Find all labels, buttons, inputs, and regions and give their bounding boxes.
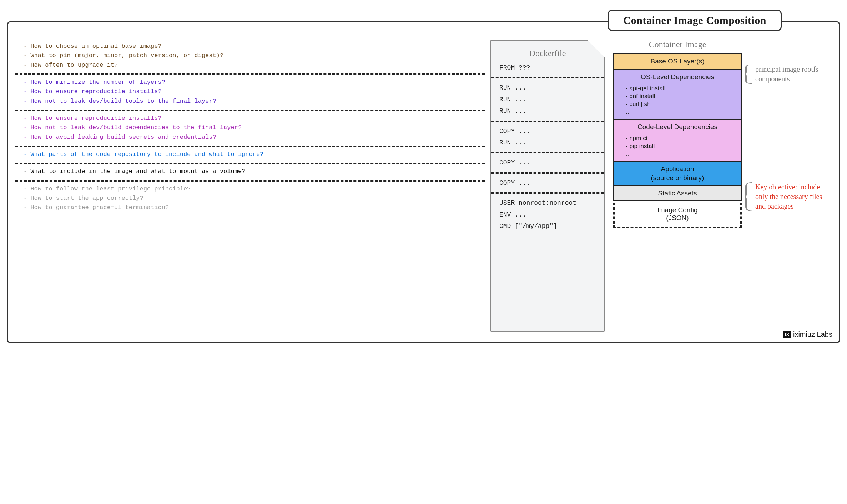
section-divider [15, 163, 485, 164]
layer-title: OS-Level Dependencies [619, 73, 736, 82]
layer-title: Static Assets [658, 189, 697, 198]
image-config-title: Image Config [620, 206, 735, 214]
question-item: What to include in the image and what to… [23, 167, 480, 176]
dockerfile-line: RUN ... [499, 82, 596, 93]
question-group: How to ensure reproducible installs?How … [18, 112, 482, 145]
dockerfile-line: RUN ... [499, 105, 596, 117]
annotations-column: principal image rootfs components Key ob… [750, 40, 829, 332]
section-divider [15, 110, 485, 111]
dockerfile-column: Dockerfile FROM ???RUN ...RUN ...RUN ...… [490, 40, 605, 332]
question-group: How to choose an optimal base image?What… [18, 40, 482, 73]
layer-subitem: - dnf install [626, 92, 736, 100]
dockerfile-line: RUN ... [499, 137, 596, 148]
dockerfile-line: USER nonroot:nonroot [499, 197, 596, 209]
annotation-objective: Key objective: include only the necessar… [750, 182, 829, 211]
question-item: How to minimize the number of layers? [23, 78, 480, 87]
question-group: How to follow the least privilege princi… [18, 182, 482, 215]
image-heading: Container Image [613, 40, 742, 49]
diagram-title: Container Image Composition [608, 10, 782, 31]
layer-subitem: - npm ci [626, 134, 736, 142]
layer-subitem: ... [626, 150, 736, 158]
layer-title: Code-Level Dependencies [619, 123, 736, 132]
question-group: How to minimize the number of layers?How… [18, 76, 482, 109]
layer-sublist: - npm ci- pip install... [626, 134, 736, 158]
question-item: How to start the app correctly? [23, 194, 480, 203]
image-layer: Base OS Layer(s) [613, 53, 742, 69]
question-item: How to avoid leaking build secrets and c… [23, 133, 480, 142]
question-item: How not to leak dev/build dependencies t… [23, 123, 480, 132]
dockerfile-paper: Dockerfile FROM ???RUN ...RUN ...RUN ...… [490, 40, 605, 332]
question-item: How to guarantee graceful termination? [23, 203, 480, 212]
image-config-box: Image Config (JSON) [613, 203, 742, 228]
dockerfile-block: COPY ...RUN ... [499, 126, 596, 149]
image-layer: Application(source or binary) [613, 161, 742, 185]
layer-subtitle: (source or binary) [619, 174, 736, 183]
dockerfile-block: COPY ... [499, 157, 596, 168]
layer-subitem: - pip install [626, 142, 736, 150]
image-layer: OS-Level Dependencies- apt-get install- … [613, 69, 742, 119]
question-item: How to choose an optimal base image? [23, 42, 480, 51]
layer-subitem: - apt-get install [626, 85, 736, 92]
question-group: What to include in the image and what to… [18, 165, 482, 179]
section-divider [15, 73, 485, 75]
question-item: What parts of the code repository to inc… [23, 150, 480, 159]
image-layer: Code-Level Dependencies- npm ci- pip ins… [613, 119, 742, 161]
image-config-subtitle: (JSON) [620, 214, 735, 222]
section-divider [15, 180, 485, 182]
dockerfile-divider [491, 152, 604, 153]
brand-text: iximiuz Labs [793, 330, 832, 338]
dockerfile-divider [491, 77, 604, 78]
question-item: What to pin (major, minor, patch version… [23, 51, 480, 60]
dockerfile-divider [491, 192, 604, 194]
layer-title: Application [619, 165, 736, 174]
dockerfile-divider [491, 121, 604, 122]
dockerfile-line: RUN ... [499, 94, 596, 105]
question-item: How often to upgrade it? [23, 61, 480, 70]
brace-icon [745, 182, 752, 211]
dockerfile-line: COPY ... [499, 177, 596, 189]
dockerfile-line: CMD ["/my/app"] [499, 220, 596, 232]
image-layer-stack: Base OS Layer(s)OS-Level Dependencies- a… [613, 53, 742, 201]
questions-column: How to choose an optimal base image?What… [18, 40, 482, 332]
dockerfile-block: USER nonroot:nonrootENV ...CMD ["/my/app… [499, 197, 596, 232]
dockerfile-block: RUN ...RUN ...RUN ... [499, 82, 596, 117]
brand-badge: IX iximiuz Labs [783, 330, 832, 338]
question-item: How to ensure reproducible installs? [23, 114, 480, 123]
dockerfile-divider [491, 172, 604, 174]
dockerfile-block: FROM ??? [499, 62, 596, 73]
layer-sublist: - apt-get install- dnf install- curl | s… [626, 85, 736, 116]
dockerfile-line: COPY ... [499, 157, 596, 168]
layer-subitem: ... [626, 108, 736, 116]
dockerfile-line: COPY ... [499, 126, 596, 137]
image-layer: Static Assets [613, 185, 742, 201]
image-column: Container Image Base OS Layer(s)OS-Level… [613, 40, 742, 332]
dockerfile-line: ENV ... [499, 209, 596, 220]
annotation-components: principal image rootfs components [750, 65, 829, 84]
brace-icon [745, 65, 752, 84]
question-group: What parts of the code repository to inc… [18, 148, 482, 162]
layer-subitem: - curl | sh [626, 100, 736, 108]
section-divider [15, 146, 485, 147]
layer-title: Base OS Layer(s) [651, 57, 705, 66]
dockerfile-block: COPY ... [499, 177, 596, 189]
diagram-frame: Container Image Composition How to choos… [7, 21, 840, 343]
dockerfile-line: FROM ??? [499, 62, 596, 73]
question-item: How to ensure reproducible installs? [23, 87, 480, 96]
question-item: How to follow the least privilege princi… [23, 184, 480, 194]
brand-logo-icon: IX [783, 331, 791, 338]
question-item: How not to leak dev/build tools to the f… [23, 97, 480, 106]
dogear-icon [587, 40, 605, 57]
